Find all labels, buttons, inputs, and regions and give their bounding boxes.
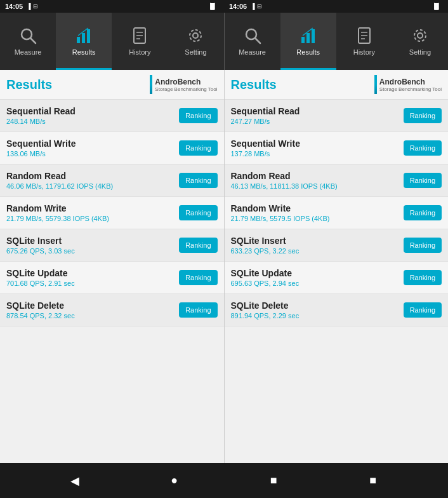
result-value: 21.79 MB/s, 5579.5 IOPS (4KB) [231, 215, 404, 222]
result-name: Sequential Read [231, 106, 404, 116]
tab-history-left[interactable]: History [112, 13, 168, 70]
result-name: Random Write [231, 203, 404, 213]
ranking-button[interactable]: Ranking [179, 270, 217, 285]
result-info: Sequential Read 247.27 MB/s [231, 106, 404, 125]
bottom-nav: ◀ ● ■ ■ [0, 463, 448, 498]
result-row: Sequential Read 247.27 MB/s Ranking [225, 100, 449, 132]
result-info: Random Read 46.06 MB/s, 11791.62 IOPS (4… [6, 171, 179, 190]
result-row: Random Write 21.79 MB/s, 5579.5 IOPS (4K… [225, 197, 449, 229]
ranking-button[interactable]: Ranking [404, 140, 442, 156]
svg-rect-14 [306, 33, 310, 43]
status-bar-right: 14:06 ▐ ⊟ ▕█▏ [224, 0, 448, 13]
result-row: SQLite Insert 675.26 QPS, 3.03 sec Ranki… [0, 229, 224, 262]
result-info: SQLite Delete 878.54 QPS, 2.32 sec [6, 300, 179, 320]
result-info: Sequential Read 248.14 MB/s [6, 106, 179, 125]
doc-icon-left [129, 25, 150, 46]
androbench-bar-right [374, 75, 377, 94]
result-value: 701.68 QPS, 2.91 sec [6, 279, 179, 287]
ranking-button[interactable]: Ranking [179, 140, 217, 156]
svg-line-1 [30, 38, 36, 43]
svg-rect-13 [301, 37, 305, 43]
time-right: 14:06 [229, 3, 247, 10]
result-row: Random Read 46.13 MB/s, 11811.38 IOPS (4… [225, 165, 449, 197]
wifi-icon-left: ⊟ [33, 3, 38, 10]
recent-button-2[interactable]: ■ [360, 468, 386, 494]
result-info: Random Write 21.79 MB/s, 5579.5 IOPS (4K… [231, 203, 404, 222]
battery-icon-left: ▕█▏ [206, 3, 219, 10]
ranking-button[interactable]: Ranking [404, 238, 442, 253]
tab-results-left[interactable]: Results [56, 13, 112, 70]
result-info: SQLite Update 695.63 QPS, 2.94 sec [231, 268, 404, 287]
svg-point-10 [190, 30, 201, 41]
svg-rect-15 [312, 29, 315, 43]
wifi-icon-right: ⊟ [257, 3, 262, 10]
ranking-button[interactable]: Ranking [179, 173, 217, 188]
ranking-button[interactable]: Ranking [404, 108, 442, 123]
result-info: SQLite Insert 633.23 QPS, 3.22 sec [231, 236, 404, 255]
recent-button[interactable]: ■ [261, 468, 286, 494]
doc-icon-right [354, 25, 374, 46]
ranking-button[interactable]: Ranking [179, 205, 217, 220]
result-info: SQLite Delete 891.94 QPS, 2.29 sec [231, 300, 404, 320]
tab-measure-right-label: Measure [239, 48, 266, 56]
tab-measure-left-label: Measure [15, 48, 42, 56]
nav-left: Measure Results [0, 13, 224, 70]
ranking-button[interactable]: Ranking [404, 302, 442, 318]
result-value: 46.06 MB/s, 11791.62 IOPS (4KB) [6, 182, 179, 190]
result-value: 891.94 QPS, 2.29 sec [231, 312, 404, 320]
ranking-button[interactable]: Ranking [404, 205, 442, 220]
androbench-logo-left: AndroBench Storage Benchmarking Tool [150, 75, 217, 94]
status-bars: 14:05 ▐ ⊟ ▕█▏ 14:06 ▐ ⊟ ▕█▏ [0, 0, 448, 13]
result-info: Random Read 46.13 MB/s, 11811.38 IOPS (4… [231, 171, 404, 190]
back-button[interactable]: ◀ [62, 468, 88, 494]
result-name: Sequential Write [231, 138, 404, 149]
ranking-button[interactable]: Ranking [404, 270, 442, 285]
androbench-name-left: AndroBench [155, 77, 217, 86]
ranking-button[interactable]: Ranking [179, 302, 217, 318]
androbench-name-right: AndroBench [379, 77, 442, 86]
status-icons-left: ▐ ⊟ [27, 3, 37, 10]
svg-point-20 [418, 33, 423, 38]
result-value: 138.06 MB/s [6, 150, 179, 158]
result-row: Random Write 21.79 MB/s, 5579.38 IOPS (4… [0, 197, 224, 229]
home-button[interactable]: ● [162, 468, 187, 494]
nav-container: Measure Results [0, 13, 448, 70]
battery-left: ▕█▏ [206, 3, 219, 10]
tab-results-left-label: Results [72, 48, 96, 56]
result-info: Random Write 21.79 MB/s, 5579.38 IOPS (4… [6, 203, 179, 222]
result-row: Sequential Read 248.14 MB/s Ranking [0, 100, 224, 132]
result-name: Random Write [6, 203, 179, 213]
tab-measure-right[interactable]: Measure [225, 13, 280, 70]
result-info: Sequential Write 138.06 MB/s [6, 138, 179, 158]
result-value: 247.27 MB/s [231, 118, 404, 125]
tab-measure-left[interactable]: Measure [0, 13, 56, 70]
signal-icon-left: ▐ [27, 3, 30, 10]
tab-setting-right[interactable]: Setting [392, 13, 448, 70]
ranking-button[interactable]: Ranking [404, 173, 442, 188]
androbench-sub-right: Storage Benchmarking Tool [379, 86, 442, 92]
tab-history-right[interactable]: History [336, 13, 392, 70]
result-info: SQLite Insert 675.26 QPS, 3.03 sec [6, 236, 179, 255]
androbench-logo-right: AndroBench Storage Benchmarking Tool [374, 75, 442, 94]
tab-history-left-label: History [129, 48, 150, 56]
tab-setting-left[interactable]: Setting [168, 13, 223, 70]
panel-title-right: Results [231, 77, 277, 92]
search-icon [18, 25, 38, 46]
androbench-text-right: AndroBench Storage Benchmarking Tool [379, 77, 442, 92]
result-row: Random Read 46.06 MB/s, 11791.62 IOPS (4… [0, 165, 224, 197]
status-icons-right: ▐ ⊟ [251, 3, 261, 10]
result-name: SQLite Delete [6, 300, 179, 311]
result-value: 878.54 QPS, 2.32 sec [6, 312, 179, 320]
panel-title-left: Results [6, 77, 52, 92]
ranking-button[interactable]: Ranking [179, 238, 217, 253]
ranking-button[interactable]: Ranking [179, 108, 217, 123]
chart-icon-right [298, 25, 319, 46]
nav-right: Measure Results [225, 13, 449, 70]
result-name: SQLite Insert [231, 236, 404, 246]
tab-results-right[interactable]: Results [280, 13, 336, 70]
result-row: SQLite Update 701.68 QPS, 2.91 sec Ranki… [0, 262, 224, 294]
result-info: SQLite Update 701.68 QPS, 2.91 sec [6, 268, 179, 287]
battery-right: ▕█▏ [430, 3, 443, 10]
result-row: Sequential Write 138.06 MB/s Ranking [0, 132, 224, 165]
result-value: 46.13 MB/s, 11811.38 IOPS (4KB) [231, 182, 404, 190]
